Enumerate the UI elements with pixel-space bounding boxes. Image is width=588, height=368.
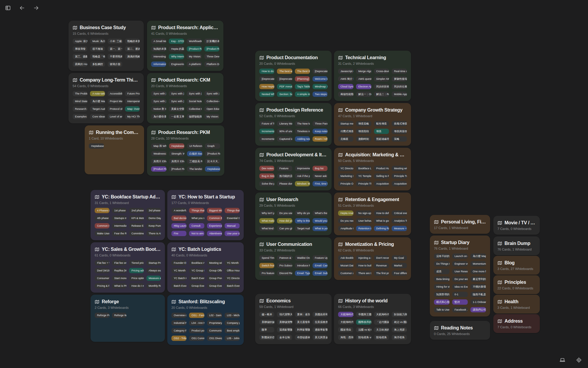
card-chip[interactable]: Keep Pumpi... [146, 223, 161, 228]
card-chip[interactable]: Workflow86 ... [187, 39, 202, 44]
card-chip[interactable]: Cloud Sync [338, 84, 353, 89]
card-chip[interactable]: YC Director... [338, 166, 353, 171]
group-history-of-the-world[interactable]: History of the world 66 Cards, 3 Whitebo… [334, 294, 411, 344]
card-chip[interactable]: Sync with 吳... [151, 91, 166, 96]
card-chip[interactable]: 為什麼 Map ... [470, 253, 486, 259]
group-running-the-company[interactable]: Running the Company 1 Card, 10 Whiteboar… [85, 125, 144, 174]
card-chip[interactable]: What kind o... [259, 226, 274, 231]
group-business-case-study[interactable]: Business Case Study 15 Cards, 6 Whiteboa… [69, 21, 144, 71]
card-chip[interactable]: Industrial Re... [171, 320, 186, 326]
card-chip[interactable]: #Big Launch... [171, 223, 186, 228]
card-chip[interactable]: 黏性增長 [374, 121, 389, 126]
card-chip[interactable]: Why do you ... [295, 210, 310, 216]
card-chip[interactable]: No sign-up [356, 210, 371, 216]
card-chip[interactable]: The landsca... [187, 166, 202, 172]
card-chip[interactable]: YC Month 1-... [225, 260, 240, 266]
card-chip[interactable]: User behavi... [356, 218, 371, 223]
card-chip[interactable]: Not to aim f... [189, 231, 204, 236]
card-chip[interactable]: Mind State ... [73, 99, 87, 104]
card-chip[interactable]: KPI & Metrics [129, 216, 144, 221]
card-chip[interactable]: The best wa... [277, 69, 292, 74]
card-chip[interactable]: Proprietary ... [207, 320, 222, 326]
card-chip[interactable]: L03 - Micha... [225, 313, 240, 318]
card-chip[interactable]: Pro Subscri... [277, 263, 292, 268]
card-chip[interactable]: First, time b... [313, 181, 328, 186]
card-chip[interactable]: Cross-devic... [374, 69, 389, 74]
card-chip[interactable]: Level of ana... [108, 114, 122, 119]
card-chip[interactable]: Common mi... [95, 223, 109, 228]
card-chip[interactable]: [Product Re... [151, 166, 166, 172]
card-chip[interactable]: Interesting ... [151, 54, 166, 59]
card-chip[interactable]: Tiered pricing [129, 260, 144, 266]
group-movie-tv-anime[interactable]: Movie / TV / An... 7 Cards, 0 Whiteboard… [493, 216, 540, 235]
card-chip[interactable]: Launch on d... [452, 253, 468, 259]
card-chip[interactable]: How did you... [277, 218, 292, 223]
card-chip[interactable]: Patreon & Y... [277, 255, 292, 261]
card-chip[interactable]: 為什麼 Map ... [90, 99, 105, 104]
group-product-documentation[interactable]: Product Documentation 20 Cards, 0 Whiteb… [255, 51, 332, 101]
card-chip[interactable]: Why isn't yo... [259, 210, 274, 216]
card-chip[interactable]: 模式和心態... [434, 299, 450, 305]
card-chip[interactable]: Acquisition ... [374, 181, 389, 186]
card-chip[interactable]: Acquisition ... [392, 181, 407, 186]
card-chip[interactable]: Amplitude P... [338, 226, 353, 231]
card-chip[interactable]: Incremental ... [259, 136, 274, 142]
card-chip[interactable]: OS1 - Family [189, 313, 204, 318]
card-chip[interactable]: Discord Rea... [277, 271, 292, 276]
group-stanford-blitzscaling[interactable]: Stanford: Blitzscaling 20 Cards, 0 White… [167, 295, 244, 345]
card-chip[interactable]: 國際秩序的... [356, 319, 371, 325]
card-chip[interactable]: Start moneti... [112, 276, 127, 281]
card-chip[interactable]: Common Ba... [207, 216, 222, 221]
card-chip[interactable]: Bad decisio... [171, 216, 186, 221]
card-chip[interactable]: [Product Re... [187, 46, 202, 52]
card-chip[interactable]: 病毒式增長 [392, 121, 407, 126]
card-chip[interactable]: The first pri... [374, 271, 389, 276]
card-chip[interactable]: Bug in Strip... [259, 173, 274, 179]
group-yc-sales-growth-bootcamp[interactable]: YC: Sales & Growth Bootcamp 61 Cards, 0 … [91, 242, 165, 293]
card-chip[interactable]: Idea vs Exe... [452, 284, 468, 289]
card-chip[interactable]: How Heptab... [259, 84, 274, 89]
group-product-research-pkm[interactable]: Product Research: PKM 28 Cards, 10 White… [147, 125, 224, 176]
card-chip[interactable]: 大航海時代... [338, 319, 353, 325]
card-chip[interactable]: Mobile App ... [392, 92, 407, 97]
card-chip[interactable]: [Deprecated... [259, 76, 274, 82]
card-chip[interactable]: 美聯儲的誕... [259, 319, 274, 325]
card-chip[interactable]: 增長與留存率 [392, 129, 407, 134]
card-chip[interactable]: Revenue [374, 263, 389, 268]
card-chip[interactable]: 法國 vs 哈布... [356, 327, 371, 332]
card-chip[interactable]: 兩個性能瓶頸 [338, 92, 353, 97]
card-chip[interactable]: Bug list [313, 166, 328, 171]
card-chip[interactable]: Critical event [392, 210, 407, 216]
group-user-research[interactable]: User Research 29 Cards, 5 Whiteboards Wh… [255, 193, 332, 235]
card-chip[interactable]: Why is this ... [295, 218, 310, 223]
card-chip[interactable]: 匯率 [259, 327, 274, 332]
card-chip[interactable]: Principle On... [338, 181, 353, 186]
card-chip[interactable]: Replika (W1... [112, 268, 127, 273]
display-mode-button[interactable] [558, 356, 567, 364]
card-chip[interactable]: 堅持 [452, 299, 468, 305]
card-chip[interactable]: 增長策略 [356, 121, 371, 126]
back-button[interactable] [18, 4, 26, 12]
card-chip[interactable]: Literary Mac... [277, 121, 292, 126]
card-chip[interactable]: Weakness: ... [151, 151, 166, 156]
group-reading-notes[interactable]: Reading Notes 0 Cards, 25 Whiteboards [430, 321, 490, 340]
card-chip[interactable]: Intermediat... [112, 223, 127, 228]
card-chip[interactable]: Make Users ... [95, 231, 109, 236]
card-chip[interactable]: A platform t... [187, 62, 202, 67]
card-chip[interactable]: What makes... [259, 218, 274, 223]
card-chip[interactable]: Can you giv... [277, 226, 292, 231]
card-chip[interactable]: Group Previ... [207, 276, 222, 281]
card-chip[interactable]: L02 - Sam A... [207, 313, 222, 318]
card-chip[interactable]: Keep notes ... [313, 129, 328, 134]
card-chip[interactable]: Flat fee only [112, 260, 127, 266]
card-chip[interactable]: 解法二：Rea... [374, 92, 389, 97]
group-product-research-application[interactable]: Product Research: Application ... 41 Car… [147, 21, 223, 71]
card-chip[interactable]: Would you ... [313, 218, 328, 223]
card-chip[interactable]: [Deprecated... [313, 69, 328, 74]
forward-button[interactable] [32, 4, 41, 12]
card-chip[interactable]: Attentiveness [207, 231, 222, 236]
group-brain-dump[interactable]: Brain Dump 76 Cards, 1 Whiteboard [493, 236, 540, 255]
card-chip[interactable]: Feature [277, 166, 292, 171]
card-chip[interactable]: 增長 [374, 129, 389, 134]
card-chip[interactable]: Two steps t... [313, 92, 328, 97]
